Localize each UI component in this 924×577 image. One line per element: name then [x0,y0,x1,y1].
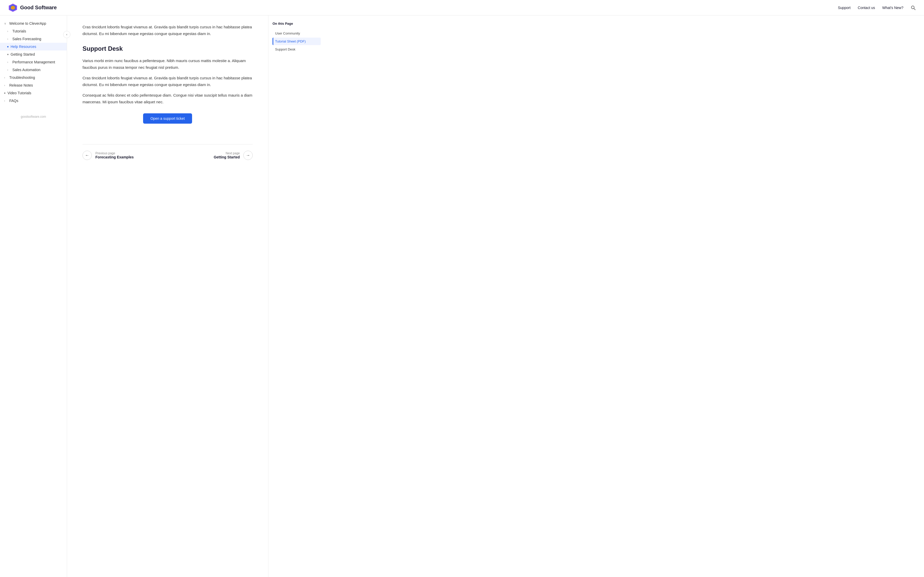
toc-item-user-community[interactable]: User Community [273,30,321,37]
svg-line-4 [914,8,915,10]
intro-text: Cras tincidunt lobortis feugiat vivamus … [82,24,253,37]
prev-page-nav[interactable]: ← Previous page Forecasting Examples [82,151,134,160]
paragraph-2: Cras tincidunt lobortis feugiat vivamus … [82,75,253,88]
page-layout: ‹ ∨Welcome to CleverApp›Tutorials›Sales … [0,15,924,577]
chevron-icon: › [7,37,11,40]
chevron-icon: › [7,68,11,71]
chevron-icon: › [7,30,11,33]
sidebar-item-sales-forecasting[interactable]: ›Sales Forecasting [0,35,67,43]
sidebar-item-label: Sales Forecasting [12,37,41,41]
sidebar-item-performance-management[interactable]: ›Performance Management [0,58,67,66]
header-nav: Support Contact us What's New? [838,5,916,10]
sidebar-item-label: Troubleshooting [9,76,35,80]
sidebar-item-welcome[interactable]: ∨Welcome to CleverApp [0,19,67,27]
sidebar-item-label: Sales Automation [12,68,40,72]
sidebar-item-label: Help Resources [11,45,36,49]
brand-name: Good Software [20,5,57,11]
prev-arrow-icon: ← [82,151,92,160]
chevron-icon: › [4,84,8,87]
sidebar-item-label: Performance Management [12,60,55,64]
sidebar-item-getting-started[interactable]: Getting Started [0,50,67,58]
sidebar-item-help-resources[interactable]: Help Resources [0,43,67,50]
sidebar-toggle[interactable]: ‹ [63,31,70,38]
dot-icon [7,54,8,55]
prev-page-name: Forecasting Examples [95,155,134,159]
nav-support[interactable]: Support [838,6,851,10]
nav-contact[interactable]: Contact us [858,6,875,10]
dot-icon [7,46,8,47]
chevron-icon: › [4,76,8,79]
next-page-label: Next page [214,152,240,155]
dot-icon [4,92,5,94]
sidebar-item-video-tutorials[interactable]: Video Tutorials [0,89,67,97]
sidebar-item-faqs[interactable]: ›FAQs [0,97,67,105]
brand-area: Good Software [8,3,57,12]
next-page-name: Getting Started [214,155,240,159]
sidebar-item-label: Video Tutorials [8,91,31,95]
sidebar-item-troubleshooting[interactable]: ›Troubleshooting [0,74,67,81]
prev-page-label: Previous page [95,152,134,155]
sidebar-item-release-notes[interactable]: ›Release Notes [0,81,67,89]
sidebar-item-label: Release Notes [9,83,33,87]
chevron-icon: › [7,61,11,64]
toc-item-tutorial-sheet[interactable]: Tutorial Sheet (PDF) [273,38,321,45]
next-page-nav[interactable]: Next page Getting Started → [214,151,253,160]
chevron-icon: › [4,99,8,102]
sidebar: ‹ ∨Welcome to CleverApp›Tutorials›Sales … [0,15,67,577]
sidebar-item-sales-automation[interactable]: ›Sales Automation [0,66,67,74]
toc-panel: On this Page User CommunityTutorial Shee… [268,15,325,577]
nav-whats-new[interactable]: What's New? [882,6,903,10]
pagination: ← Previous page Forecasting Examples Nex… [82,144,253,160]
search-icon[interactable] [911,5,916,10]
section-title: Support Desk [82,45,253,52]
sidebar-item-label: Tutorials [12,29,26,33]
sidebar-item-label: Getting Started [11,52,35,56]
footer-logo: goodsoftware.com [0,105,67,121]
paragraph-1: Varius morbi enim nunc faucibus a pellen… [82,58,253,71]
paragraph-3: Consequat ac felis donec et odio pellent… [82,92,253,105]
header: Good Software Support Contact us What's … [0,0,924,15]
chevron-icon: ∨ [4,22,8,25]
svg-point-3 [911,6,914,9]
toc-item-support-desk[interactable]: Support Desk [273,45,321,53]
open-support-ticket-button[interactable]: Open a support ticket [143,113,192,124]
sidebar-item-label: Welcome to CleverApp [9,21,46,26]
sidebar-item-tutorials[interactable]: ›Tutorials [0,27,67,35]
logo-icon [8,3,18,12]
sidebar-item-label: FAQs [9,99,18,103]
toc-title: On this Page [273,22,321,26]
main-content: Cras tincidunt lobortis feugiat vivamus … [67,15,268,577]
next-arrow-icon: → [243,151,253,160]
